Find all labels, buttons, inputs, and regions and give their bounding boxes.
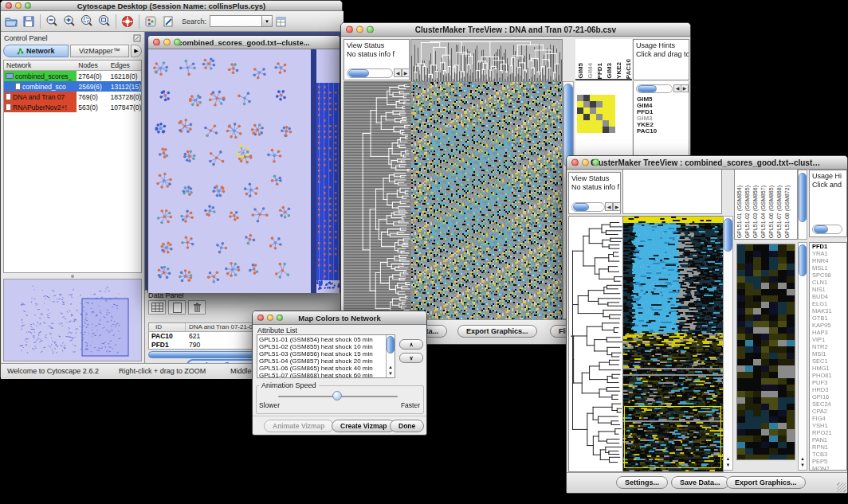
done-button[interactable]: Done xyxy=(390,420,424,432)
network-list-row[interactable]: DNA and Tran 07769(0)183728(0) xyxy=(4,92,141,102)
move-up-button[interactable]: ∧ xyxy=(399,339,423,350)
tv2-gene-list[interactable]: PFD1YRA1RNR4MSL1SPC98CLN1NIS1BUD4ELG1MAK… xyxy=(809,242,847,471)
gene-label[interactable]: HRD3 xyxy=(810,386,846,393)
gene-label[interactable]: RNR4 xyxy=(810,257,846,264)
scroll-right-icon[interactable]: ▶ xyxy=(613,202,621,211)
move-down-button[interactable]: ∨ xyxy=(399,353,423,363)
network-list-row[interactable]: RNAPuberNov2+!563(0)107847(0) xyxy=(4,102,141,112)
attr-col-id[interactable]: ID xyxy=(149,323,186,331)
gene-label[interactable]: ELG1 xyxy=(810,300,846,307)
gene-label[interactable]: PFD1 xyxy=(810,243,846,250)
network-overview-canvas[interactable] xyxy=(4,279,142,361)
gene-label[interactable]: KAP95 xyxy=(810,322,846,329)
attribute-item[interactable]: GPL51-04 (GSM857) heat shock 20 min xyxy=(257,357,385,365)
attribute-item[interactable]: GPL51-02 (GSM855) heat shock 10 min xyxy=(257,343,385,350)
tv1-array-dendrogram-canvas[interactable] xyxy=(410,39,563,82)
main-titlebar[interactable]: Cytoscape Desktop (Session Name: collins… xyxy=(1,1,342,11)
close-icon[interactable] xyxy=(6,2,12,9)
gene-label[interactable]: SPC98 xyxy=(810,272,846,279)
save-icon[interactable] xyxy=(20,13,37,30)
animation-slider-thumb[interactable] xyxy=(332,391,342,400)
window-controls[interactable] xyxy=(6,2,31,9)
close-icon[interactable] xyxy=(571,159,579,166)
network-list-row[interactable]: combined_scores_2764(0)16218(0) xyxy=(4,71,141,81)
tv2-labels-vscrollbar[interactable] xyxy=(798,170,807,240)
listbox-vscrollbar[interactable]: ▲▼ xyxy=(386,335,395,377)
tv1-heatmap-canvas[interactable] xyxy=(410,81,563,321)
vizmap-icon[interactable] xyxy=(142,13,159,30)
gene-label[interactable]: GTB1 xyxy=(810,315,846,322)
animate-vizmap-button[interactable]: Animate Vizmap xyxy=(264,420,334,432)
search-dropdown-icon[interactable]: ▼ xyxy=(262,15,273,27)
network-table-header[interactable]: Network Nodes Edges xyxy=(4,61,141,71)
gene-label[interactable]: PEP5 xyxy=(810,458,846,465)
minimize-icon[interactable] xyxy=(15,2,22,9)
attribute-item[interactable]: GPL51-03 (GSM856) heat shock 15 min xyxy=(257,350,385,357)
network-list-row[interactable]: combined_sco2569(6)13112(15) xyxy=(4,81,141,92)
select-attributes-icon[interactable] xyxy=(148,300,166,315)
gene-label[interactable]: PHO81 xyxy=(810,372,846,379)
create-vizmap-button[interactable]: Create Vizmap xyxy=(332,420,395,432)
minimize-icon[interactable] xyxy=(582,159,589,166)
treeview2-titlebar[interactable]: ClusterMaker TreeView : combined_scores_… xyxy=(567,156,847,170)
gene-label[interactable]: HAP3 xyxy=(810,329,846,336)
tv1-hints-hscrollbar[interactable] xyxy=(636,84,673,93)
search-combobox[interactable]: ▼ xyxy=(210,15,273,27)
tab-network[interactable]: Network xyxy=(3,45,69,57)
dense-network-canvas[interactable] xyxy=(316,49,340,293)
zoom-fit-icon[interactable] xyxy=(96,13,113,30)
gene-label[interactable]: SEC24 xyxy=(810,400,846,408)
tv2-hints-hscrollbar[interactable] xyxy=(812,225,842,234)
scroll-right-icon[interactable]: ▶ xyxy=(402,68,410,77)
gene-label[interactable]: FIG4 xyxy=(810,415,846,422)
zoom-window-icon[interactable] xyxy=(277,315,283,321)
float-panel-icon[interactable] xyxy=(133,34,141,42)
scroll-left-icon[interactable]: ◀ xyxy=(605,202,613,211)
gene-label[interactable]: TCB3 xyxy=(810,451,846,458)
save-data-button[interactable]: Save Data... xyxy=(671,476,729,489)
window-controls[interactable] xyxy=(346,26,374,33)
open-folder-icon[interactable] xyxy=(2,13,20,30)
zoom-window-icon[interactable] xyxy=(592,159,599,166)
gene-label[interactable]: MAK31 xyxy=(810,307,846,315)
attribute-listbox[interactable]: GPL51-01 (GSM854) heat shock 05 minGPL51… xyxy=(257,334,395,378)
panel-splitter[interactable] xyxy=(1,273,144,279)
gene-label[interactable]: BUD4 xyxy=(810,293,846,300)
window-controls[interactable] xyxy=(257,315,283,321)
tv2-zoom-heatmap-canvas[interactable] xyxy=(736,244,795,460)
attribute-table-icon[interactable] xyxy=(273,13,290,30)
export-graphics-button[interactable]: Export Graphics... xyxy=(457,325,537,338)
zoom-in-icon[interactable] xyxy=(61,13,78,30)
dialog-titlebar[interactable]: Map Colors to Network xyxy=(253,311,426,325)
gene-label[interactable]: CPA2 xyxy=(810,408,846,415)
new-attribute-icon[interactable] xyxy=(168,300,186,315)
zoom-window-icon[interactable] xyxy=(25,2,31,9)
scroll-right-icon[interactable]: ▶ xyxy=(681,84,689,92)
tv1-yellow-matrix-canvas[interactable] xyxy=(577,95,615,133)
network-overview[interactable] xyxy=(3,279,142,361)
network-graph-canvas[interactable] xyxy=(148,49,311,293)
export-graphics-button[interactable]: Export Graphics... xyxy=(726,476,806,489)
tab-vizmapper[interactable]: VizMapper™ xyxy=(70,45,129,57)
settings-button[interactable]: Settings... xyxy=(616,476,668,489)
gene-label[interactable]: CLN1 xyxy=(810,279,846,286)
tv2-heatmap-vscrollbar[interactable]: ▲▼ xyxy=(723,216,733,471)
gene-label[interactable]: GPI16 xyxy=(810,393,846,400)
minimize-icon[interactable] xyxy=(163,39,171,46)
row-label[interactable]: PAC10 xyxy=(637,128,657,135)
gene-label[interactable]: RPO21 xyxy=(810,429,846,436)
minimize-icon[interactable] xyxy=(267,315,273,321)
gene-label[interactable]: MSL1 xyxy=(810,264,846,272)
close-icon[interactable] xyxy=(153,39,160,46)
tv2-heatmap-canvas[interactable] xyxy=(622,216,724,472)
scroll-left-icon[interactable]: ◀ xyxy=(394,68,402,77)
gene-label[interactable]: HMG1 xyxy=(810,365,846,372)
attribute-item[interactable]: GPL51-07 (GSM868) heat shock 60 min xyxy=(257,372,385,378)
tv2-genelist-vscrollbar[interactable]: ▲▼ xyxy=(798,242,807,471)
gene-label[interactable]: VIP1 xyxy=(810,336,846,343)
zoom-window-icon[interactable] xyxy=(367,26,374,33)
gene-label[interactable]: MON2 xyxy=(810,465,846,471)
zoom-window-icon[interactable] xyxy=(174,39,181,46)
attribute-item[interactable]: GPL51-06 (GSM865) heat shock 40 min xyxy=(257,365,385,372)
minimize-icon[interactable] xyxy=(356,26,363,33)
